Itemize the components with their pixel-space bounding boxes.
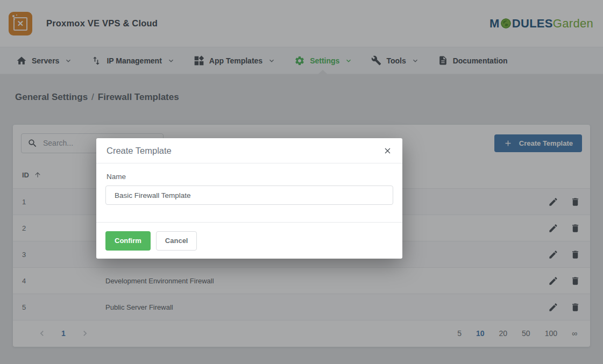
cancel-button[interactable]: Cancel [156,231,197,251]
modal-footer: Confirm Cancel [96,222,402,259]
modal-header: Create Template [96,138,402,163]
template-name-input[interactable] [105,185,393,205]
modal-title: Create Template [107,146,172,156]
app-window: Proxmox VE VPS & Cloud M DULES Garden Se… [0,0,603,364]
confirm-button[interactable]: Confirm [105,231,151,251]
modal-body: Name [96,163,402,205]
close-button[interactable] [383,146,392,155]
name-field-label: Name [107,173,393,181]
close-icon [383,146,392,155]
create-template-modal: Create Template Name Confirm Cancel [96,138,402,259]
